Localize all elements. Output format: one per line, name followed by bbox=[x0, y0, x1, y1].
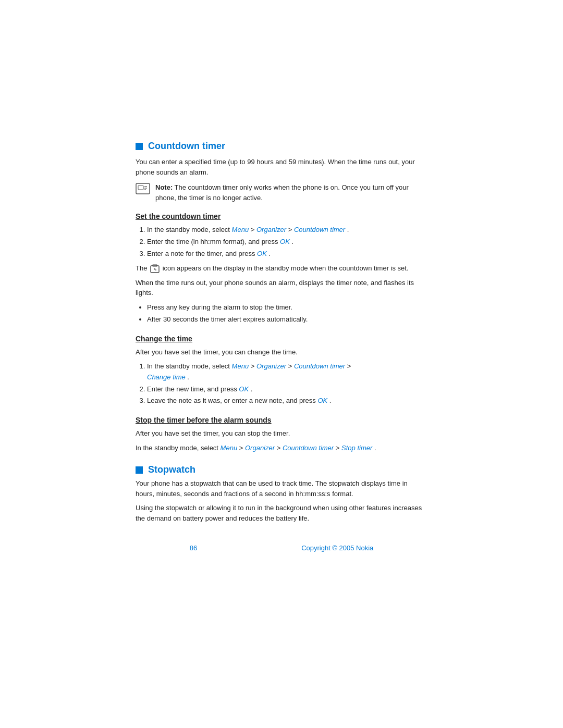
stop-link-stoptimer[interactable]: Stop timer bbox=[341, 444, 372, 452]
stop-timer-intro: After you have set the timer, you can st… bbox=[136, 428, 427, 439]
change-step2-ok[interactable]: OK bbox=[239, 385, 249, 393]
copyright-text: Copyright © 2005 Nokia bbox=[301, 544, 373, 552]
change-step3-ok[interactable]: OK bbox=[317, 397, 327, 404]
step2-text-after: . bbox=[291, 238, 293, 245]
change-step1-sep1: > bbox=[251, 362, 256, 370]
change-step3-before: Leave the note as it was, or enter a new… bbox=[147, 397, 317, 404]
change-step1-before: In the standby mode, select bbox=[147, 362, 232, 370]
stop-instr-before: In the standby mode, select bbox=[136, 444, 221, 452]
blue-square-icon bbox=[136, 143, 143, 150]
step1-link-countdown[interactable]: Countdown timer bbox=[294, 226, 345, 233]
blue-square-icon-2 bbox=[136, 466, 143, 474]
note-box: Note: The countdown timer only works whe… bbox=[136, 182, 427, 203]
step3-text-after: . bbox=[268, 250, 271, 257]
svg-rect-1 bbox=[138, 186, 143, 190]
note-label: Note: bbox=[155, 183, 173, 191]
stop-timer-instruction: In the standby mode, select Menu > Organ… bbox=[136, 443, 427, 453]
step1-link-organizer[interactable]: Organizer bbox=[256, 226, 286, 233]
change-step1-countdown[interactable]: Countdown timer bbox=[294, 362, 345, 370]
step2-link-ok[interactable]: OK bbox=[280, 238, 290, 245]
step1-sep2: > bbox=[288, 226, 294, 233]
stopwatch-para2: Using the stopwatch or allowing it to ru… bbox=[136, 503, 427, 523]
change-step1-after: . bbox=[187, 373, 189, 381]
change-step1-sep2: > bbox=[288, 362, 294, 370]
page-container: Countdown timer You can enter a specifie… bbox=[0, 0, 563, 728]
change-step1-menu[interactable]: Menu bbox=[232, 362, 249, 370]
step2-text-before: Enter the time (in hh:mm format), and pr… bbox=[147, 238, 280, 245]
countdown-timer-heading: Countdown timer bbox=[136, 141, 427, 152]
change-step-1: In the standby mode, select Menu > Organ… bbox=[147, 361, 427, 383]
change-time-intro: After you have set the timer, you can ch… bbox=[136, 347, 427, 357]
set-timer-step-2: Enter the time (in hh:mm format), and pr… bbox=[147, 237, 427, 248]
change-step-2: Enter the new time, and press OK . bbox=[147, 384, 427, 395]
set-timer-title: Set the countdown timer bbox=[136, 212, 427, 220]
stop-instr-after: . bbox=[374, 444, 376, 452]
change-step2-after: . bbox=[251, 385, 253, 393]
step3-link-ok[interactable]: OK bbox=[257, 250, 267, 257]
stop-sep3: > bbox=[336, 444, 341, 452]
stop-link-countdown[interactable]: Countdown timer bbox=[283, 444, 334, 452]
stop-link-organizer[interactable]: Organizer bbox=[245, 444, 275, 452]
stop-link-menu[interactable]: Menu bbox=[221, 444, 238, 452]
step1-text-before: In the standby mode, select bbox=[147, 226, 232, 233]
step3-text-before: Enter a note for the timer, and press bbox=[147, 250, 257, 257]
change-time-steps: In the standby mode, select Menu > Organ… bbox=[136, 361, 427, 406]
countdown-icon-inline bbox=[150, 264, 160, 274]
set-timer-step-1: In the standby mode, select Menu > Organ… bbox=[147, 225, 427, 236]
icon-appears-text: The icon appears on the display in the s… bbox=[136, 263, 427, 274]
set-timer-steps: In the standby mode, select Menu > Organ… bbox=[136, 225, 427, 259]
change-step3-after: . bbox=[329, 397, 332, 404]
note-content: Note: The countdown timer only works whe… bbox=[155, 182, 427, 203]
stopwatch-title: Stopwatch bbox=[148, 464, 195, 475]
content-area: Countdown timer You can enter a specifie… bbox=[136, 141, 427, 594]
countdown-timer-title: Countdown timer bbox=[148, 141, 225, 152]
change-step2-before: Enter the new time, and press bbox=[147, 385, 239, 393]
change-step1-changetime[interactable]: Change time bbox=[147, 373, 186, 381]
timer-expires-text: When the time runs out, your phone sound… bbox=[136, 278, 427, 298]
note-body: The countdown timer only works when the … bbox=[155, 183, 409, 202]
timer-bullet-2: After 30 seconds the timer alert expires… bbox=[147, 314, 427, 325]
change-time-title: Change the time bbox=[136, 335, 427, 343]
stopwatch-heading: Stopwatch bbox=[136, 464, 427, 475]
note-timer-icon bbox=[136, 183, 150, 194]
step1-sep1: > bbox=[251, 226, 256, 233]
page-number: 86 bbox=[190, 544, 197, 552]
set-timer-step-3: Enter a note for the timer, and press OK… bbox=[147, 249, 427, 260]
timer-bullets: Press any key during the alarm to stop t… bbox=[136, 302, 427, 325]
stopwatch-para1: Your phone has a stopwatch that can be u… bbox=[136, 478, 427, 499]
countdown-timer-intro: You can enter a specified time (up to 99… bbox=[136, 157, 427, 177]
icon-desc-after: icon appears on the display in the stand… bbox=[163, 264, 409, 272]
change-step-3: Leave the note as it was, or enter a new… bbox=[147, 396, 427, 406]
step1-link-menu[interactable]: Menu bbox=[232, 226, 249, 233]
stop-timer-title: Stop the timer before the alarm sounds bbox=[136, 416, 427, 424]
change-step1-sep3: > bbox=[347, 362, 351, 370]
stop-sep1: > bbox=[239, 444, 245, 452]
change-step1-organizer[interactable]: Organizer bbox=[256, 362, 286, 370]
footer: 86 Copyright © 2005 Nokia bbox=[136, 539, 427, 552]
stop-sep2: > bbox=[277, 444, 283, 452]
icon-desc-before: The bbox=[136, 264, 149, 272]
timer-bullet-1: Press any key during the alarm to stop t… bbox=[147, 302, 427, 313]
step1-text-after: . bbox=[347, 226, 349, 233]
